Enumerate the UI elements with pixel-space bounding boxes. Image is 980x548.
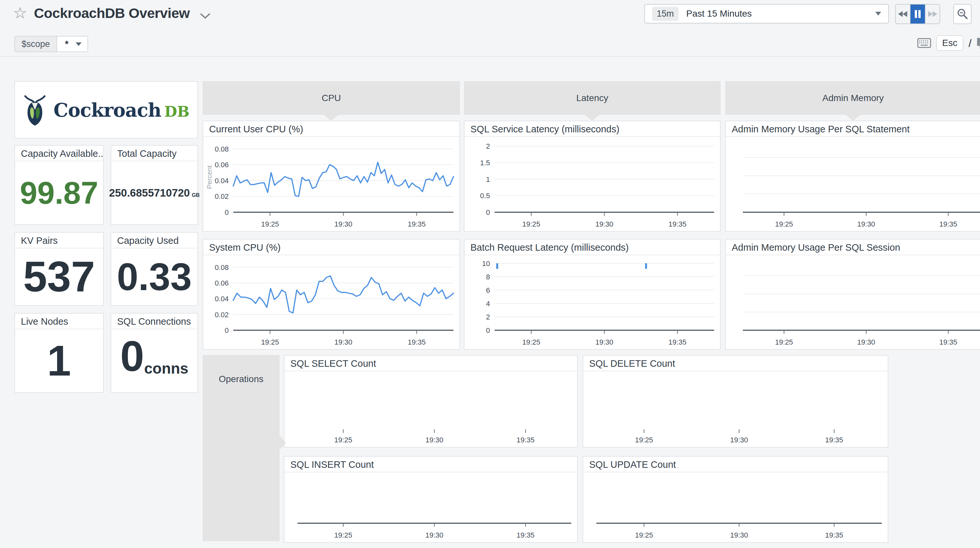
template-variable-name: $scope xyxy=(15,37,57,51)
group-header-admin-memory[interactable]: Admin Memory xyxy=(725,81,980,115)
chart-card-system-cpu: System CPU (%) 00.020.040.060.0819:2519:… xyxy=(203,239,460,350)
cockroachdb-logo-card: CockroachDB xyxy=(14,81,198,138)
sql-service-latency-plot[interactable]: 00.511.5219:2519:3019:35 xyxy=(465,137,720,231)
fast-forward-button[interactable] xyxy=(926,5,940,24)
logo-db-suffix: DB xyxy=(164,103,189,120)
sql-delete-count-plot[interactable]: 19:2519:3019:35 xyxy=(583,371,888,447)
svg-text:19:25: 19:25 xyxy=(775,220,793,228)
rewind-button[interactable] xyxy=(896,5,910,24)
chart-title: Batch Request Latency (milliseconds) xyxy=(465,240,720,255)
stat-card-capacity-used[interactable]: Capacity Used 0.33 xyxy=(111,232,198,306)
sql-update-count-plot[interactable]: 19:2519:3019:35 xyxy=(583,472,888,542)
stat-value: 0 xyxy=(120,335,144,378)
latency-group-pointer xyxy=(584,114,601,121)
chart-card-sql-service-latency: SQL Service Latency (milliseconds) 00.51… xyxy=(464,121,721,232)
favorite-star-icon[interactable]: ☆ xyxy=(13,5,27,21)
stat-title: Capacity Used xyxy=(111,233,197,248)
svg-text:19:30: 19:30 xyxy=(857,338,875,346)
svg-text:19:35: 19:35 xyxy=(408,338,426,346)
stat-unit: GB xyxy=(192,193,200,198)
sql-insert-count-plot[interactable]: 19:2519:3019:35 xyxy=(285,472,577,542)
svg-text:0.02: 0.02 xyxy=(215,311,229,319)
chart-card-current-user-cpu: Current User CPU (%) 00.020.040.060.0819… xyxy=(203,121,460,232)
svg-text:1.5: 1.5 xyxy=(480,159,490,167)
chart-title: SQL DELETE Count xyxy=(583,356,888,371)
svg-text:19:30: 19:30 xyxy=(595,220,613,228)
shortcut-row: Esc / xyxy=(917,34,980,52)
chart-title: SQL UPDATE Count xyxy=(583,457,888,472)
stat-value: 1 xyxy=(47,339,71,383)
slash-separator: / xyxy=(969,37,972,49)
tv-mode-monitor-icon[interactable] xyxy=(977,38,980,49)
stat-title: Capacity Available... xyxy=(15,146,103,161)
stat-title: Total Capacity xyxy=(111,146,197,161)
logo-wordmark: Cockroach xyxy=(54,99,161,121)
stat-card-live-nodes[interactable]: Live Nodes 1 xyxy=(14,313,104,393)
sql-select-count-plot[interactable]: 19:2519:3019:35 xyxy=(285,371,577,447)
chart-card-batch-request-latency: Batch Request Latency (milliseconds) 024… xyxy=(464,239,721,350)
svg-text:19:25: 19:25 xyxy=(635,436,653,444)
svg-text:19:35: 19:35 xyxy=(668,220,686,228)
svg-text:0: 0 xyxy=(486,326,490,335)
svg-text:19:35: 19:35 xyxy=(516,436,535,444)
stat-unit: conns xyxy=(144,361,188,376)
scope-caret-down-icon xyxy=(76,42,81,46)
svg-text:2: 2 xyxy=(486,313,490,321)
time-range-label: Past 15 Minutes xyxy=(686,8,752,19)
svg-text:Percent: Percent xyxy=(205,165,213,189)
current-user-cpu-plot[interactable]: 00.020.040.060.0819:2519:3019:35Percent xyxy=(203,137,459,231)
svg-text:19:30: 19:30 xyxy=(425,436,443,444)
group-header-operations[interactable]: Operations xyxy=(203,355,280,541)
svg-text:8: 8 xyxy=(486,273,490,281)
svg-text:2: 2 xyxy=(486,142,490,150)
svg-text:19:25: 19:25 xyxy=(261,220,279,228)
chart-title: System CPU (%) xyxy=(203,240,459,255)
svg-text:0.06: 0.06 xyxy=(215,161,229,169)
fast-forward-icon xyxy=(927,10,938,18)
svg-text:19:25: 19:25 xyxy=(635,531,653,539)
chart-title: Current User CPU (%) xyxy=(203,121,459,137)
esc-key-button[interactable]: Esc xyxy=(936,35,963,51)
svg-text:19:30: 19:30 xyxy=(730,436,748,444)
svg-text:0: 0 xyxy=(486,208,490,216)
stat-card-kv-pairs[interactable]: KV Pairs 537 xyxy=(14,232,104,306)
cpu-group-pointer xyxy=(323,114,340,121)
admin-memory-session-plot[interactable]: 19:2519:3019:35 xyxy=(726,255,980,349)
stat-card-sql-connections[interactable]: SQL Connections 0 conns xyxy=(111,313,198,393)
keyboard-icon[interactable] xyxy=(917,38,931,48)
svg-text:19:35: 19:35 xyxy=(939,220,957,228)
svg-text:0: 0 xyxy=(225,208,229,216)
dashboard-screen: ☆ CockroachDB Overview 15m Past 15 Minut… xyxy=(0,0,980,548)
svg-text:4: 4 xyxy=(486,300,490,308)
svg-text:10: 10 xyxy=(482,259,490,268)
stat-title: Live Nodes xyxy=(15,314,103,329)
svg-text:19:35: 19:35 xyxy=(668,338,686,346)
system-cpu-plot[interactable]: 00.020.040.060.0819:2519:3019:35 xyxy=(203,255,459,349)
stat-title: KV Pairs xyxy=(15,233,103,248)
stat-card-total-capacity[interactable]: Total Capacity 250.6855710720 GB xyxy=(111,145,198,225)
svg-text:19:25: 19:25 xyxy=(334,436,352,444)
svg-text:0.5: 0.5 xyxy=(480,192,490,200)
svg-text:19:35: 19:35 xyxy=(516,531,535,539)
chart-card-sql-delete-count: SQL DELETE Count 19:2519:3019:35 xyxy=(583,355,888,448)
stat-value: 99.87 xyxy=(20,177,98,209)
chart-title: Admin Memory Usage Per SQL Session xyxy=(726,240,980,255)
stat-title: SQL Connections xyxy=(111,314,197,329)
svg-text:19:35: 19:35 xyxy=(408,220,426,228)
group-header-latency[interactable]: Latency xyxy=(464,81,721,115)
zoom-out-button[interactable] xyxy=(953,4,972,24)
batch-request-latency-plot[interactable]: 024681019:2519:3019:35 xyxy=(465,255,720,349)
group-header-cpu[interactable]: CPU xyxy=(203,81,460,115)
stat-card-capacity-available[interactable]: Capacity Available... 99.87 xyxy=(14,145,104,225)
pause-button[interactable] xyxy=(910,5,925,24)
time-range-selector[interactable]: 15m Past 15 Minutes xyxy=(644,4,889,24)
svg-text:0.08: 0.08 xyxy=(215,264,229,272)
title-menu-chevron-down-icon[interactable] xyxy=(200,13,211,21)
svg-text:0: 0 xyxy=(225,326,229,335)
svg-text:19:25: 19:25 xyxy=(334,531,352,539)
svg-text:19:30: 19:30 xyxy=(334,338,352,346)
admin-memory-statement-plot[interactable]: 19:2519:3019:35 xyxy=(726,137,980,231)
template-variable-scope[interactable]: $scope * xyxy=(14,36,88,52)
stat-value: 250.6855710720 xyxy=(109,187,190,198)
admin-memory-group-pointer xyxy=(845,114,862,121)
